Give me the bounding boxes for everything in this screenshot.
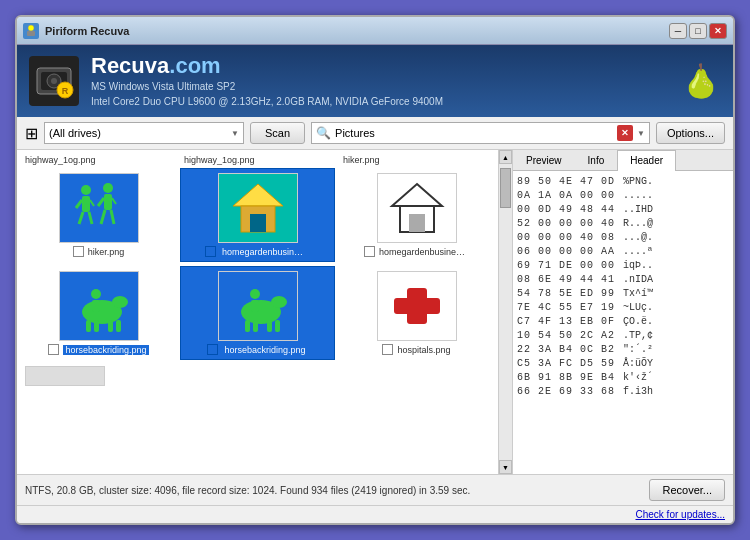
minimize-button[interactable]: ─ (669, 23, 687, 39)
scroll-thumb[interactable] (500, 168, 511, 208)
hex-ascii: Å:üÕY (623, 357, 653, 371)
file-item-hospitals[interactable]: hospitals.png (339, 266, 494, 360)
hex-view: 89 50 4E 47 0D%PNG.0A 1A 0A 00 00.....00… (513, 171, 733, 474)
tab-header[interactable]: Header (617, 150, 676, 171)
file-list-area: highway_1og.png highway_1og.png hiker.pn… (17, 150, 513, 474)
filter-text: Pictures (335, 127, 613, 139)
filter-box: 🔍 Pictures ✕ ▼ (311, 122, 650, 144)
file-item-homegarden1[interactable]: homegardenbusiness... (180, 168, 335, 262)
svg-rect-37 (253, 320, 258, 332)
file-thumb-hiker (59, 173, 139, 243)
file-checkbox-hiker[interactable] (73, 246, 84, 257)
filter-dropdown-arrow[interactable]: ▼ (637, 129, 645, 138)
hex-ascii: ~LUç. (623, 301, 653, 315)
hex-row: 06 00 00 00 AA....ª (517, 245, 729, 259)
hex-bytes: 66 2E 69 33 68 (517, 385, 615, 399)
hex-row: 7E 4C 55 E7 19~LUç. (517, 301, 729, 315)
svg-point-14 (103, 183, 113, 193)
tab-info[interactable]: Info (575, 150, 618, 170)
drive-select[interactable]: (All drives) ▼ (44, 122, 244, 144)
hex-row: 00 0D 49 48 44..IHD (517, 203, 729, 217)
scroll-up-button[interactable]: ▲ (499, 150, 512, 164)
svg-point-8 (81, 185, 91, 195)
svg-rect-39 (275, 320, 280, 332)
hex-row: 22 3A B4 0C B2":´.² (517, 343, 729, 357)
file-name-hiker: hiker.png (88, 247, 125, 257)
scan-button[interactable]: Scan (250, 122, 305, 144)
file-name-homegarden2: homegardenbusiness.... (379, 247, 469, 257)
hex-ascii: ..... (623, 189, 653, 203)
svg-text:R: R (62, 86, 69, 96)
file-checkbox-homegarden2[interactable] (364, 246, 375, 257)
file-checkbox-homegarden1[interactable] (205, 246, 216, 257)
hex-row: C5 3A FC D5 59Å:üÕY (517, 357, 729, 371)
file-item-horseback1[interactable]: horsebackriding.png (21, 266, 176, 360)
hex-ascii: R...@ (623, 217, 653, 231)
panel-tabs: Preview Info Header (513, 150, 733, 171)
hex-row: 54 78 5E ED 99Tx^í™ (517, 287, 729, 301)
recover-button[interactable]: Recover... (649, 479, 725, 501)
close-button[interactable]: ✕ (709, 23, 727, 39)
file-checkbox-horseback1[interactable] (48, 344, 59, 355)
svg-rect-41 (251, 300, 259, 312)
file-item-homegarden2[interactable]: homegardenbusiness.... (339, 168, 494, 262)
hex-bytes: 00 00 00 40 08 (517, 231, 615, 245)
file-name-hospitals: hospitals.png (397, 345, 450, 355)
app-logo: R (29, 56, 79, 106)
app-icon (23, 23, 39, 39)
hex-bytes: 22 3A B4 0C B2 (517, 343, 615, 357)
check-updates-link[interactable]: Check for updates... (636, 509, 726, 520)
hex-row: 89 50 4E 47 0D%PNG. (517, 175, 729, 189)
file-item-top-3[interactable]: hiker.png (339, 154, 494, 166)
file-label-row-homegarden1: homegardenbusiness... (205, 246, 310, 257)
file-item-horseback2[interactable]: horsebackriding.png (180, 266, 335, 360)
hex-bytes: 7E 4C 55 E7 19 (517, 301, 615, 315)
hex-ascii: ..IHD (623, 203, 653, 217)
hex-bytes: 89 50 4E 47 0D (517, 175, 615, 189)
filter-clear-button[interactable]: ✕ (617, 125, 633, 141)
file-thumb-horseback2 (218, 271, 298, 341)
status-bar: NTFS, 20.8 GB, cluster size: 4096, file … (17, 474, 733, 505)
svg-point-35 (271, 296, 287, 308)
drive-select-arrow: ▼ (231, 129, 239, 138)
svg-line-17 (112, 198, 116, 204)
file-checkbox-horseback2[interactable] (207, 344, 218, 355)
title-bar-text: Piriform Recuva (45, 25, 669, 37)
svg-point-40 (250, 289, 260, 299)
svg-rect-15 (104, 194, 112, 210)
hex-bytes: 08 6E 49 44 41 (517, 273, 615, 287)
file-checkbox-hospitals[interactable] (382, 344, 393, 355)
hex-row: 0A 1A 0A 00 00..... (517, 189, 729, 203)
options-button[interactable]: Options... (656, 122, 725, 144)
file-name-horseback2: horsebackriding.png (222, 345, 307, 355)
file-label-row-horseback1: horsebackriding.png (48, 344, 148, 355)
file-name-horseback1: horsebackriding.png (63, 345, 148, 355)
svg-point-0 (28, 25, 34, 31)
hex-bytes: 69 71 DE 00 00 (517, 259, 615, 273)
svg-rect-1 (27, 31, 35, 36)
file-item-top-2[interactable]: highway_1og.png (180, 154, 335, 166)
hex-row: 69 71 DE 00 00iqÞ.. (517, 259, 729, 273)
hex-ascii: ÇO.ë. (623, 315, 653, 329)
app-title-suffix: .com (169, 53, 220, 78)
bottom-bar: Check for updates... (17, 505, 733, 523)
svg-rect-43 (394, 298, 440, 314)
file-list-scrollbar[interactable]: ▲ ▼ (498, 150, 512, 474)
hex-bytes: 6B 91 8B 9E B4 (517, 371, 615, 385)
hex-row: 00 00 00 40 08...@. (517, 231, 729, 245)
hex-ascii: ....ª (623, 245, 653, 259)
file-item-top-1[interactable]: highway_1og.png (21, 154, 176, 166)
svg-line-13 (89, 212, 92, 224)
scroll-down-button[interactable]: ▼ (499, 460, 512, 474)
file-item-hiker[interactable]: hiker.png (21, 168, 176, 262)
file-label-row-horseback2: horsebackriding.png (207, 344, 307, 355)
file-thumb-homegarden2 (377, 173, 457, 243)
file-thumb-hospitals (377, 271, 457, 341)
hex-ascii: .TP,¢ (623, 329, 653, 343)
hex-bytes: 06 00 00 00 AA (517, 245, 615, 259)
maximize-button[interactable]: □ (689, 23, 707, 39)
tab-preview[interactable]: Preview (513, 150, 575, 170)
app-title: Recuva.com (91, 53, 669, 79)
app-header: R Recuva.com MS Windows Vista Ultimate S… (17, 45, 733, 117)
right-panel: Preview Info Header 89 50 4E 47 0D%PNG.0… (513, 150, 733, 474)
